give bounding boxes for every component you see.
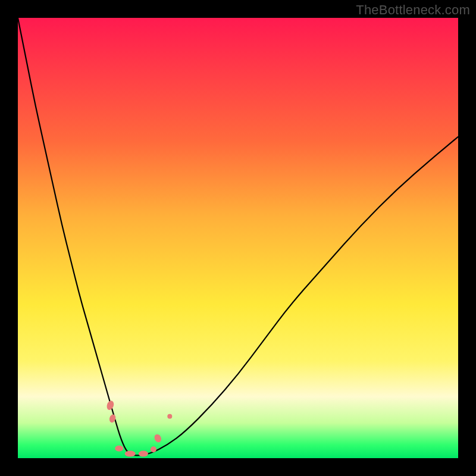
bottleneck-curve xyxy=(18,18,458,455)
curve-marker xyxy=(115,446,123,452)
plot-area xyxy=(18,18,458,458)
chart-frame: TheBottleneck.com xyxy=(0,0,476,476)
curve-marker xyxy=(125,451,136,457)
curve-marker xyxy=(105,400,115,411)
curve-marker xyxy=(167,414,172,419)
curve-marker xyxy=(151,446,156,452)
curve-marker xyxy=(153,433,162,443)
chart-svg xyxy=(18,18,458,458)
curve-marker xyxy=(139,451,148,457)
watermark-label: TheBottleneck.com xyxy=(356,2,470,18)
